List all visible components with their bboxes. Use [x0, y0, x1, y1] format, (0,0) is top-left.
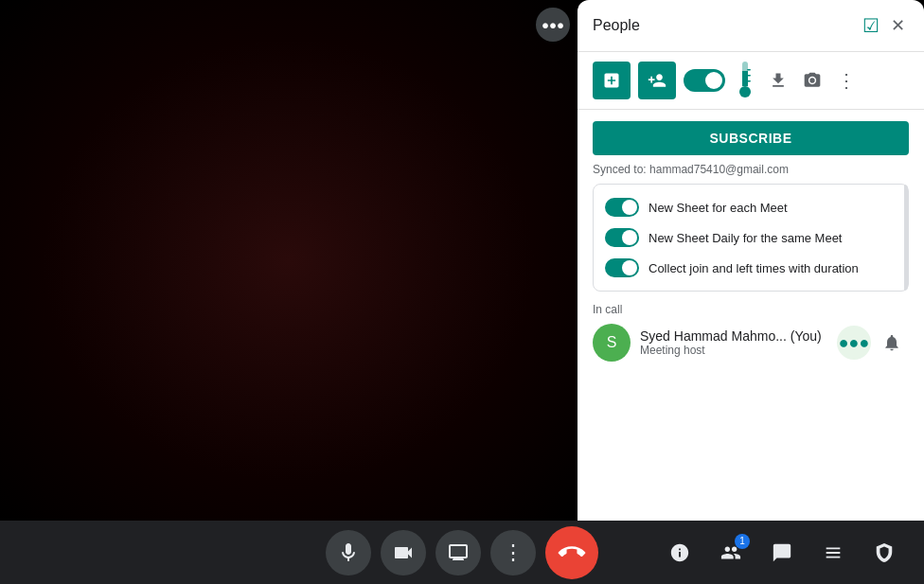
panel-toolbar: ⋮ [578, 52, 924, 110]
add-person-icon [648, 71, 666, 90]
synced-email: Synced to: hammad75410@gmail.com [578, 159, 924, 184]
panel-header-icons: ☑ ✕ [862, 11, 909, 40]
more-options-button[interactable]: ⋮ [490, 530, 536, 575]
close-icon: ✕ [891, 15, 905, 36]
option-label-3: Collect join and left times with duratio… [649, 261, 859, 275]
main-toggle-container [684, 69, 725, 92]
add-person-button[interactable] [638, 62, 676, 99]
chat-button[interactable] [761, 532, 803, 574]
video-more-button[interactable]: ●●● [536, 8, 570, 42]
in-call-title: In call [593, 303, 909, 316]
info-icon [669, 542, 690, 563]
present-icon [447, 541, 470, 564]
option-toggle-2[interactable] [605, 228, 639, 247]
option-label-1: New Sheet for each Meet [649, 201, 788, 215]
participant-more-icon: ●●● [839, 333, 870, 353]
participant-row: S Syed Hammad Mahmo... (You) Meeting hos… [593, 324, 909, 362]
notification-button[interactable] [875, 326, 909, 360]
bell-icon [882, 333, 901, 352]
more-options-icon: ⋮ [503, 540, 524, 565]
svg-rect-1 [742, 71, 748, 86]
people-panel: People ☑ ✕ [578, 0, 924, 521]
people-badge: 1 [735, 534, 750, 549]
download-button[interactable] [765, 67, 791, 94]
chat-icon [772, 542, 792, 563]
participant-more-button[interactable]: ●●● [837, 326, 871, 360]
options-box: New Sheet for each Meet New Sheet Daily … [593, 184, 909, 292]
center-controls: ⋮ [314, 526, 610, 579]
add-sheet-icon [602, 71, 621, 90]
svg-point-2 [739, 86, 751, 97]
shield-icon [874, 542, 895, 563]
video-more-icon: ●●● [542, 18, 564, 32]
checkbox-icon: ☑ [862, 14, 880, 37]
video-area: ●●● [0, 0, 578, 521]
option-row-3: Collect join and left times with duratio… [605, 253, 897, 283]
activities-icon [823, 542, 844, 563]
info-button[interactable] [659, 532, 701, 574]
right-controls: 1 [610, 532, 905, 574]
option-row-1: New Sheet for each Meet [605, 192, 897, 222]
participant-name: Syed Hammad Mahmo... (You) [640, 328, 827, 344]
end-call-icon [553, 534, 591, 572]
panel-header: People ☑ ✕ [578, 0, 924, 52]
watermark: wsign.com [870, 507, 915, 518]
panel-more-icon: ⋮ [837, 69, 856, 92]
camera-button[interactable] [799, 67, 826, 94]
activities-button[interactable] [812, 532, 854, 574]
mic-button[interactable] [326, 530, 371, 575]
option-toggle-3[interactable] [605, 258, 639, 277]
svg-rect-5 [747, 80, 751, 82]
shield-button[interactable] [863, 532, 905, 574]
present-button[interactable] [435, 530, 481, 575]
camera-icon [803, 71, 822, 90]
avatar: S [593, 324, 631, 362]
main-toggle[interactable] [684, 69, 725, 92]
svg-rect-3 [747, 69, 751, 71]
option-toggle-1[interactable] [605, 198, 639, 217]
subscribe-button[interactable]: SUBSCRIBE [593, 121, 909, 155]
participant-role: Meeting host [640, 344, 827, 357]
option-label-2: New Sheet Daily for the same Meet [649, 231, 842, 245]
panel-title: People [593, 17, 862, 34]
option-row-2: New Sheet Daily for the same Meet [605, 222, 897, 253]
add-sheet-button[interactable] [593, 62, 631, 99]
download-icon [769, 71, 788, 90]
people-button[interactable]: 1 [710, 532, 752, 574]
participant-actions: ●●● [837, 326, 909, 360]
participant-info: Syed Hammad Mahmo... (You) Meeting host [640, 328, 827, 357]
in-call-section: In call S Syed Hammad Mahmo... (You) Mee… [578, 292, 924, 365]
video-button[interactable] [381, 530, 426, 575]
svg-rect-4 [747, 75, 751, 77]
bottom-bar: ⋮ 1 [0, 521, 924, 584]
end-call-button[interactable] [545, 526, 598, 579]
close-button[interactable]: ✕ [887, 11, 909, 40]
thermometer-icon [737, 62, 754, 99]
mic-icon [337, 541, 360, 564]
panel-more-button[interactable]: ⋮ [833, 65, 860, 96]
video-camera-icon [392, 541, 415, 564]
